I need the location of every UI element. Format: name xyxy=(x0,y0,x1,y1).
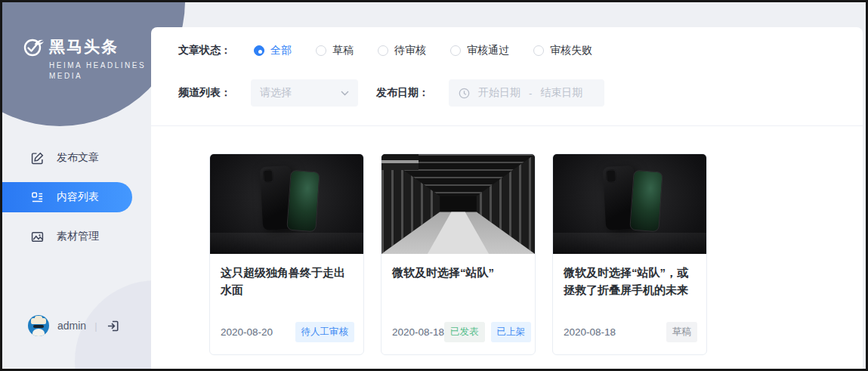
brand-subtitle: HEIMA HEADLINES xyxy=(49,61,146,70)
date-range-input[interactable]: 开始日期 - 结束日期 xyxy=(449,79,604,107)
image-icon xyxy=(31,230,44,243)
brand-name: 黑马头条 xyxy=(49,36,119,57)
article-title: 微软及时选择“站队”，或拯救了折叠屏手机的未来 xyxy=(564,264,696,299)
user-divider: | xyxy=(94,320,97,332)
sidebar-item-label: 素材管理 xyxy=(57,230,99,243)
date-filter-label: 发布日期： xyxy=(376,86,429,100)
main-panel: 文章状态： 全部 草稿 待审核 xyxy=(151,27,863,369)
status-badge: 已上架 xyxy=(491,322,532,342)
radio-dot xyxy=(316,45,326,56)
radio-dot xyxy=(450,45,461,56)
article-date: 2020-08-20 xyxy=(221,326,273,338)
channel-select-placeholder: 请选择 xyxy=(260,86,292,100)
status-radio-group: 全部 草稿 待审核 审核通过 xyxy=(251,44,595,57)
sidebar-item-material-management[interactable]: 素材管理 xyxy=(2,221,151,252)
end-date-placeholder: 结束日期 xyxy=(540,86,582,100)
brand-logo-icon xyxy=(23,36,44,57)
username: admin xyxy=(57,320,86,332)
channel-select[interactable]: 请选择 xyxy=(251,79,358,107)
article-cover-image xyxy=(381,154,535,254)
logout-icon[interactable] xyxy=(106,319,120,333)
article-card[interactable]: 微软及时选择“站队”，或拯救了折叠屏手机的未来 2020-08-18 草稿 xyxy=(552,153,707,355)
sidebar-item-label: 发布文章 xyxy=(57,151,99,165)
article-title: 这只超级独角兽终于走出水面 xyxy=(221,264,353,299)
start-date-placeholder: 开始日期 xyxy=(478,86,520,100)
app-window: 黑马头条 HEIMA HEADLINES MEDIA 发布文章 内容列表 xyxy=(0,0,868,371)
article-title: 微软及时选择“站队” xyxy=(392,264,524,281)
radio-review-failed[interactable]: 审核失败 xyxy=(530,44,595,57)
status-badge: 已发表 xyxy=(444,322,485,342)
status-filter-label: 文章状态： xyxy=(178,44,231,57)
radio-dot xyxy=(378,45,388,56)
sidebar-nav: 发布文章 内容列表 素材管理 xyxy=(2,143,151,261)
list-icon xyxy=(31,191,44,204)
radio-all[interactable]: 全部 xyxy=(251,44,295,57)
filter-section: 文章状态： 全部 草稿 待审核 xyxy=(151,27,863,355)
radio-dot xyxy=(254,45,264,56)
channel-date-row: 频道列表： 请选择 发布日期： 开始日期 - 结束日期 xyxy=(178,79,840,107)
section-divider xyxy=(151,125,863,126)
clock-icon xyxy=(459,88,470,99)
sidebar-item-content-list[interactable]: 内容列表 xyxy=(2,182,132,212)
radio-dot xyxy=(533,45,544,56)
date-separator: - xyxy=(529,88,532,99)
status-filter-row: 文章状态： 全部 草稿 待审核 xyxy=(178,37,840,64)
status-badge: 草稿 xyxy=(666,322,697,342)
brand-logo: 黑马头条 HEIMA HEADLINES MEDIA xyxy=(23,36,146,80)
status-badge: 待人工审核 xyxy=(295,322,355,342)
article-card[interactable]: 微软及时选择“站队” 2020-08-18 已发表 已上架 xyxy=(381,153,536,355)
article-date: 2020-08-18 xyxy=(564,326,616,338)
article-cover-image xyxy=(553,154,706,254)
radio-review-passed[interactable]: 审核通过 xyxy=(447,44,512,57)
article-card-list: 这只超级独角兽终于走出水面 2020-08-20 待人工审核 xyxy=(209,153,840,355)
sidebar-item-label: 内容列表 xyxy=(57,190,99,204)
edit-icon xyxy=(31,152,44,165)
sidebar-item-publish-article[interactable]: 发布文章 xyxy=(2,143,151,173)
channel-filter-label: 频道列表： xyxy=(178,86,231,100)
article-date: 2020-08-18 xyxy=(392,326,444,338)
radio-pending-review[interactable]: 待审核 xyxy=(375,44,429,57)
radio-draft[interactable]: 草稿 xyxy=(313,44,357,57)
article-card[interactable]: 这只超级独角兽终于走出水面 2020-08-20 待人工审核 xyxy=(209,153,364,355)
chevron-down-icon xyxy=(341,91,349,96)
user-info: admin | xyxy=(28,315,120,336)
avatar[interactable] xyxy=(28,315,49,336)
brand-subtitle-2: MEDIA xyxy=(49,72,146,80)
article-cover-image xyxy=(210,154,363,254)
